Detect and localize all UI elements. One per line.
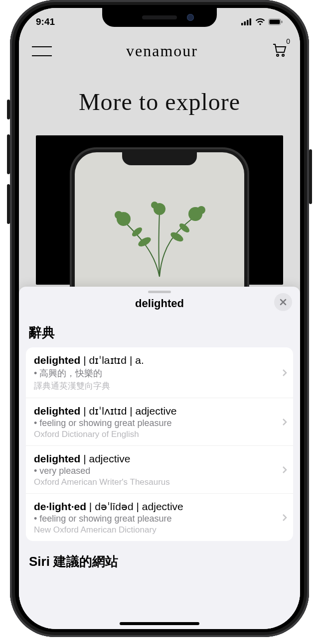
term-line: delighted | dɪˈlʌɪtɪd | adjective bbox=[34, 405, 285, 417]
power-button bbox=[309, 149, 312, 204]
siri-section-title: Siri 建議的網站 bbox=[19, 541, 300, 570]
term-line: delighted | adjective bbox=[34, 453, 285, 465]
source: 譯典通英漢雙向字典 bbox=[34, 380, 285, 392]
definition: • feeling or showing great pleasure bbox=[34, 514, 285, 524]
svg-point-0 bbox=[277, 54, 279, 56]
term-line: delighted | dɪˈlaɪtɪd | a. bbox=[34, 354, 285, 366]
dictionary-section-title: 辭典 bbox=[19, 317, 300, 347]
chevron-right-icon bbox=[282, 466, 287, 474]
svg-rect-15 bbox=[250, 18, 252, 25]
svg-rect-18 bbox=[282, 21, 283, 23]
definition: • very pleased bbox=[34, 466, 285, 476]
battery-icon bbox=[268, 18, 283, 25]
cart-button[interactable]: 0 bbox=[272, 43, 287, 59]
svg-point-5 bbox=[197, 206, 205, 214]
close-button[interactable] bbox=[274, 293, 292, 311]
wifi-icon bbox=[255, 18, 265, 25]
lookup-sheet[interactable]: delighted 辭典 delighted | dɪˈlaɪtɪd | a. … bbox=[19, 287, 300, 629]
definition: • 高興的，快樂的 bbox=[34, 367, 285, 379]
svg-rect-13 bbox=[244, 21, 246, 25]
svg-point-10 bbox=[131, 226, 144, 238]
svg-point-3 bbox=[115, 211, 123, 219]
dictionary-entry[interactable]: delighted | dɪˈlaɪtɪd | a. • 高興的，快樂的 譯典通… bbox=[26, 347, 293, 398]
cellular-icon bbox=[241, 18, 252, 25]
hero-image[interactable] bbox=[36, 135, 283, 285]
screen: venamour 0 More to explore bbox=[19, 8, 300, 629]
page-headline: More to explore bbox=[79, 88, 240, 115]
sheet-grabber[interactable] bbox=[148, 291, 171, 293]
source: New Oxford American Dictionary bbox=[34, 525, 285, 535]
sheet-header: delighted bbox=[19, 295, 300, 317]
menu-button[interactable] bbox=[32, 46, 52, 56]
sheet-title: delighted bbox=[19, 297, 300, 310]
dictionary-entry[interactable]: delighted | dɪˈlʌɪtɪd | adjective • feel… bbox=[26, 398, 293, 446]
source: Oxford American Writer's Thesaurus bbox=[34, 477, 285, 487]
chevron-right-icon bbox=[282, 418, 287, 426]
dictionary-entry[interactable]: delighted | adjective • very pleased Oxf… bbox=[26, 446, 293, 494]
device-frame: venamour 0 More to explore bbox=[10, 0, 309, 637]
chevron-right-icon bbox=[282, 514, 287, 522]
status-time: 9:41 bbox=[36, 16, 55, 27]
svg-point-1 bbox=[282, 54, 284, 56]
cart-count: 0 bbox=[286, 37, 290, 45]
svg-rect-14 bbox=[247, 20, 249, 25]
brand-logo[interactable]: venamour bbox=[126, 42, 198, 60]
svg-point-11 bbox=[178, 222, 191, 234]
chevron-right-icon bbox=[282, 369, 287, 377]
definition: • feeling or showing great pleasure bbox=[34, 418, 285, 429]
dictionary-entry[interactable]: de·light·ed | dəˈlīdəd | adjective • fee… bbox=[26, 494, 293, 541]
source: Oxford Dictionary of English bbox=[34, 429, 285, 439]
svg-point-7 bbox=[151, 202, 158, 209]
svg-rect-12 bbox=[241, 23, 243, 25]
notch bbox=[102, 8, 217, 27]
plant-illustration bbox=[95, 182, 224, 282]
svg-rect-17 bbox=[270, 20, 280, 24]
dictionary-card: delighted | dɪˈlaɪtɪd | a. • 高興的，快樂的 譯典通… bbox=[26, 347, 293, 541]
cart-icon bbox=[272, 43, 287, 57]
close-icon bbox=[279, 298, 287, 306]
term-line: de·light·ed | dəˈlīdəd | adjective bbox=[34, 501, 285, 513]
home-indicator[interactable] bbox=[120, 622, 199, 625]
